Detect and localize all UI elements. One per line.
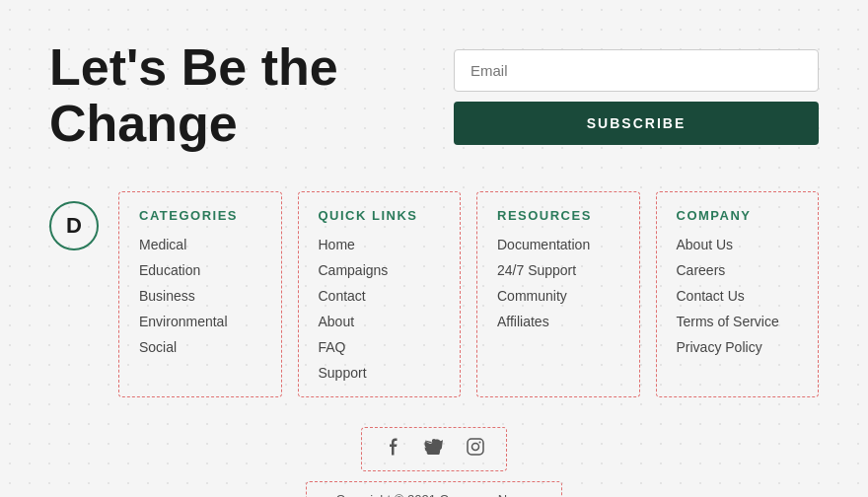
list-item[interactable]: Community xyxy=(497,288,619,304)
column-links-resources: Documentation24/7 SupportCommunityAffili… xyxy=(497,237,619,329)
svg-point-2 xyxy=(479,442,481,444)
column-categories: CATEGORIESMedicalEducationBusinessEnviro… xyxy=(118,191,282,397)
column-quick-links: QUICK LINKSHomeCampaignsContactAboutFAQS… xyxy=(298,191,462,397)
page-wrapper: Let's Be the Change SUBSCRIBE D CATEGORI… xyxy=(0,0,868,497)
column-links-company: About UsCareersContact UsTerms of Servic… xyxy=(677,237,799,355)
list-item[interactable]: Environmental xyxy=(139,314,261,329)
column-resources: RESOURCESDocumentation24/7 SupportCommun… xyxy=(476,191,640,397)
list-item[interactable]: Education xyxy=(139,262,261,278)
list-item[interactable]: Support xyxy=(319,365,441,381)
list-item[interactable]: Campaigns xyxy=(319,262,441,278)
list-item[interactable]: Contact Us xyxy=(677,288,799,304)
list-item[interactable]: FAQ xyxy=(319,339,441,355)
column-company: COMPANYAbout UsCareersContact UsTerms of… xyxy=(656,191,820,397)
list-item[interactable]: Affiliates xyxy=(497,314,619,329)
list-item[interactable]: Business xyxy=(139,288,261,304)
twitter-icon[interactable] xyxy=(423,439,445,460)
list-item[interactable]: Careers xyxy=(677,262,799,278)
column-links-categories: MedicalEducationBusinessEnvironmentalSoc… xyxy=(139,237,261,355)
svg-point-1 xyxy=(472,444,479,451)
column-title-quick-links: QUICK LINKS xyxy=(319,208,441,223)
copyright-text: Copyright © 2021 Company Name xyxy=(336,492,533,497)
list-item[interactable]: Terms of Service xyxy=(677,314,799,329)
social-icons-container xyxy=(361,427,507,471)
copyright-box: Copyright © 2021 Company Name xyxy=(306,481,563,497)
email-input[interactable] xyxy=(454,49,819,92)
email-section: SUBSCRIBE xyxy=(454,39,819,145)
column-title-company: COMPANY xyxy=(677,208,799,223)
facebook-icon[interactable] xyxy=(382,438,403,461)
headline-line1: Let's Be the xyxy=(49,38,338,96)
columns-wrapper: CATEGORIESMedicalEducationBusinessEnviro… xyxy=(118,191,819,397)
column-title-resources: RESOURCES xyxy=(497,208,619,223)
headline: Let's Be the Change xyxy=(49,39,338,152)
list-item[interactable]: Contact xyxy=(319,288,441,304)
list-item[interactable]: Privacy Policy xyxy=(677,339,799,355)
list-item[interactable]: About Us xyxy=(677,237,799,252)
logo-circle: D xyxy=(49,201,99,250)
list-item[interactable]: About xyxy=(319,314,441,329)
list-item[interactable]: Documentation xyxy=(497,237,619,252)
subscribe-button[interactable]: SUBSCRIBE xyxy=(454,102,819,145)
bottom-section: Copyright © 2021 Company Name xyxy=(49,427,819,497)
svg-rect-0 xyxy=(468,439,483,455)
list-item[interactable]: 24/7 Support xyxy=(497,262,619,278)
list-item[interactable]: Social xyxy=(139,339,261,355)
logo-letter: D xyxy=(66,213,82,239)
instagram-icon[interactable] xyxy=(465,438,486,461)
list-item[interactable]: Home xyxy=(319,237,441,252)
column-title-categories: CATEGORIES xyxy=(139,208,261,223)
headline-line2: Change xyxy=(49,95,238,152)
middle-section: D CATEGORIESMedicalEducationBusinessEnvi… xyxy=(49,191,819,397)
column-links-quick-links: HomeCampaignsContactAboutFAQSupport xyxy=(319,237,441,381)
top-section: Let's Be the Change SUBSCRIBE xyxy=(49,39,819,152)
list-item[interactable]: Medical xyxy=(139,237,261,252)
